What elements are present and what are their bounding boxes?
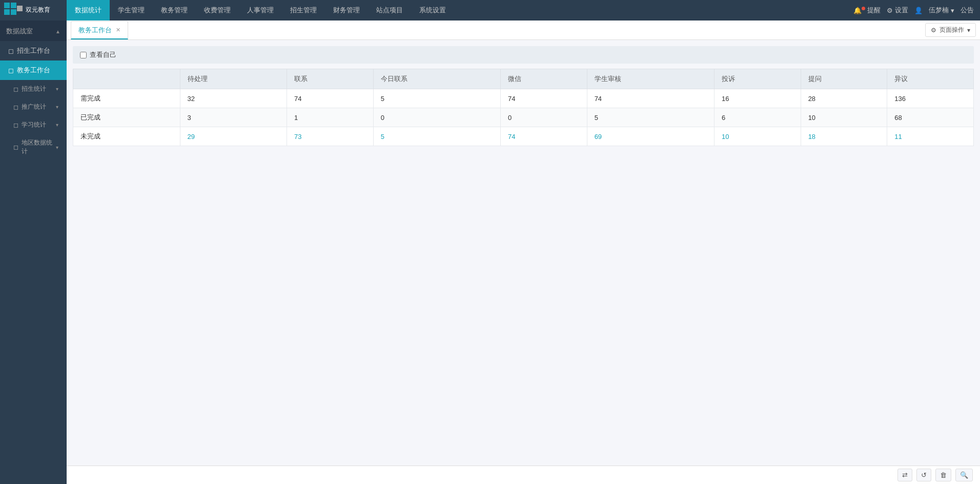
nav-item-enrollment-mgmt[interactable]: 招生管理: [282, 0, 325, 21]
row-0-objection: 136: [887, 89, 974, 108]
page-actions-button[interactable]: ⚙ 页面操作 ▾: [925, 23, 976, 37]
sidebar-item-academic-workbench[interactable]: ◻ 教务工作台: [0, 60, 67, 80]
page-actions-arrow: ▾: [967, 27, 970, 34]
toolbar-btn-delete[interactable]: 🗑: [935, 469, 951, 481]
page-actions-label: 页面操作: [940, 26, 964, 34]
tab-academic-workbench[interactable]: 教务工作台 ✕: [71, 21, 128, 39]
filter-checkbox-self[interactable]: 查看自己: [80, 50, 116, 59]
sidebar-sub-study-stats[interactable]: ◻ 学习统计 ▾: [0, 116, 67, 134]
row-2-contact[interactable]: 73: [287, 127, 374, 146]
logo-icon: [4, 3, 23, 18]
sidebar-section-header[interactable]: 数据战室 ▲: [0, 21, 67, 41]
tab-close-0[interactable]: ✕: [116, 27, 120, 33]
row-2-wechat[interactable]: 74: [501, 127, 587, 146]
profile-icon-button[interactable]: 👤: [914, 7, 923, 14]
nav-item-academic-mgmt[interactable]: 教务管理: [153, 0, 196, 21]
sidebar-item-label-1: 教务工作台: [17, 66, 50, 75]
toolbar-btn-refresh[interactable]: ↺: [916, 469, 931, 481]
sidebar-sub-enrollment-stats[interactable]: ◻ 招生统计 ▾: [0, 80, 67, 98]
sidebar-sub-icon-3: ◻: [13, 144, 18, 151]
sidebar-sub-arrow-1: ▾: [56, 104, 58, 110]
row-0-contact: 74: [287, 89, 374, 108]
bottom-toolbar: ⇄ ↺ 🗑 🔍: [67, 466, 980, 484]
row-0-complaint: 16: [714, 89, 801, 108]
topbar: 双元教育 数据统计 学生管理 教务管理 收费管理 人事管理 招生管理 财务管理 …: [0, 0, 980, 21]
th-objection: 异议: [887, 69, 974, 89]
sidebar-sub-icon-1: ◻: [13, 104, 18, 111]
logo-name: 双元教育: [26, 6, 50, 14]
row-0-pending: 32: [180, 89, 287, 108]
row-0-today-contact: 5: [373, 89, 500, 108]
sidebar-sub-label-3: 地区数据统计: [22, 138, 53, 156]
sidebar-item-label-0: 招生工作台: [17, 46, 50, 55]
row-2-today-contact[interactable]: 5: [373, 127, 500, 146]
row-2-complaint[interactable]: 10: [714, 127, 801, 146]
table-header-row: 待处理 联系 今日联系 微信 学生审核 投诉 提问 异议: [73, 69, 974, 89]
row-label-2: 未完成: [73, 127, 180, 146]
row-2-objection[interactable]: 11: [887, 127, 974, 146]
nav-item-system-settings[interactable]: 系统设置: [411, 0, 454, 21]
nav-item-data-stats[interactable]: 数据统计: [67, 0, 110, 21]
nav-item-hr-mgmt[interactable]: 人事管理: [239, 0, 282, 21]
sidebar-active-icon: ◻: [8, 67, 14, 74]
sidebar: 数据战室 ▲ ◻ 招生工作台 ◻ 教务工作台 ◻ 招生统计 ▾ ◻ 推广统计 ▾…: [0, 21, 67, 484]
row-2-question[interactable]: 18: [801, 127, 887, 146]
settings-label: 设置: [895, 6, 908, 15]
user-dropdown-icon: ▾: [951, 7, 954, 14]
link-row2-objection[interactable]: 11: [894, 133, 902, 140]
filter-bar: 查看自己: [73, 46, 974, 64]
toolbar-btn-swap[interactable]: ⇄: [897, 469, 912, 481]
sidebar-item-icon: ◻: [8, 47, 14, 55]
data-table: 待处理 联系 今日联系 微信 学生审核 投诉 提问 异议 需完成 32: [73, 69, 974, 146]
sidebar-sub-label-1: 推广统计: [22, 103, 46, 111]
th-question: 提问: [801, 69, 887, 89]
page-content: 查看自己 待处理 联系 今日联系 微信 学生审核 投诉 提问 异议: [67, 40, 980, 466]
sidebar-item-enrollment-workbench[interactable]: ◻ 招生工作台: [0, 41, 67, 60]
link-row2-today-contact[interactable]: 5: [381, 133, 384, 140]
row-1-student-review: 5: [587, 108, 714, 127]
toolbar-btn-search[interactable]: 🔍: [955, 469, 973, 481]
user-info[interactable]: 伍梦楠 ▾: [929, 6, 954, 15]
settings-button[interactable]: ⚙ 设置: [887, 6, 908, 15]
sidebar-sub-label-2: 学习统计: [22, 120, 46, 129]
sidebar-section-arrow: ▲: [55, 29, 60, 34]
link-row2-complaint[interactable]: 10: [722, 133, 729, 140]
top-nav: 数据统计 学生管理 教务管理 收费管理 人事管理 招生管理 财务管理 站点项目 …: [67, 0, 853, 21]
main-layout: 数据战室 ▲ ◻ 招生工作台 ◻ 教务工作台 ◻ 招生统计 ▾ ◻ 推广统计 ▾…: [0, 21, 980, 484]
checkbox-view-self[interactable]: [80, 52, 87, 58]
row-1-today-contact: 0: [373, 108, 500, 127]
svg-rect-0: [4, 3, 10, 8]
nav-item-finance-mgmt[interactable]: 财务管理: [325, 0, 368, 21]
bell-button[interactable]: 🔔 提醒: [853, 6, 881, 15]
sidebar-sub-promo-stats[interactable]: ◻ 推广统计 ▾: [0, 98, 67, 116]
link-row2-wechat[interactable]: 74: [508, 133, 515, 140]
announcement-button[interactable]: 公告: [961, 6, 974, 15]
row-0-wechat: 74: [501, 89, 587, 108]
row-1-question: 10: [801, 108, 887, 127]
th-student-review: 学生审核: [587, 69, 714, 89]
link-row2-contact[interactable]: 73: [294, 133, 301, 140]
link-row2-pending[interactable]: 29: [188, 133, 195, 140]
user-name: 伍梦楠: [929, 6, 949, 15]
nav-item-site-projects[interactable]: 站点项目: [368, 0, 411, 21]
nav-item-student-mgmt[interactable]: 学生管理: [110, 0, 153, 21]
sidebar-sub-region-stats[interactable]: ◻ 地区数据统计 ▾: [0, 134, 67, 160]
nav-item-fee-mgmt[interactable]: 收费管理: [196, 0, 239, 21]
row-1-pending: 3: [180, 108, 287, 127]
row-1-wechat: 0: [501, 108, 587, 127]
table-row: 未完成 29 73 5 74 69 10 18 11: [73, 127, 974, 146]
sidebar-sub-icon-2: ◻: [13, 122, 18, 129]
svg-rect-3: [11, 9, 16, 15]
tabs: 教务工作台 ✕: [71, 21, 129, 39]
svg-rect-4: [17, 6, 23, 11]
row-2-pending[interactable]: 29: [180, 127, 287, 146]
announcement-label: 公告: [961, 6, 974, 15]
sidebar-sub-icon-0: ◻: [13, 86, 18, 93]
row-1-objection: 68: [887, 108, 974, 127]
row-2-student-review[interactable]: 69: [587, 127, 714, 146]
table-row: 已完成 3 1 0 0 5 6 10 68: [73, 108, 974, 127]
link-row2-student-review[interactable]: 69: [595, 133, 602, 140]
link-row2-question[interactable]: 18: [808, 133, 815, 140]
svg-rect-1: [11, 3, 16, 8]
top-right-actions: 🔔 提醒 ⚙ 设置 👤 伍梦楠 ▾ 公告: [853, 6, 980, 15]
